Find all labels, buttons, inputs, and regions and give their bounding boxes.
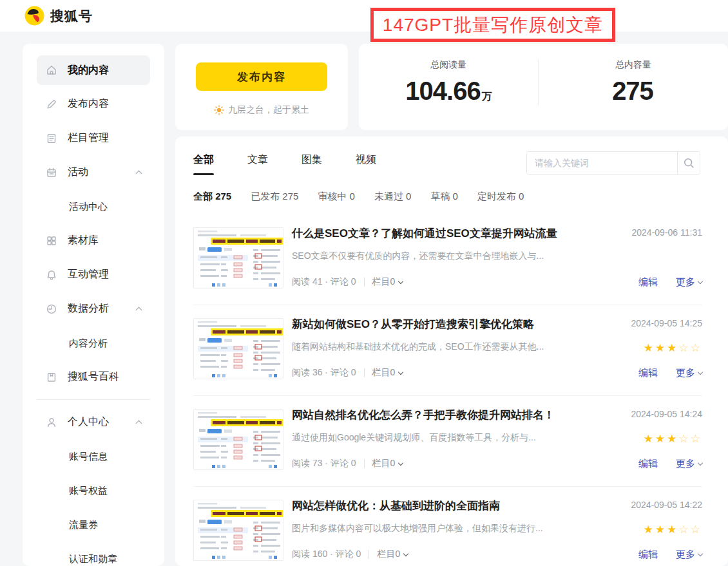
edit-link[interactable]: 编辑 bbox=[638, 276, 658, 288]
chevron-down-icon bbox=[698, 460, 703, 466]
more-label: 更多 bbox=[676, 367, 695, 379]
more-label: 更多 bbox=[676, 458, 695, 470]
sidebar-subitem-traffic-coupon[interactable]: 流量券 bbox=[37, 507, 150, 542]
article-excerpt: 随着网站结构和基础技术优化的完成，SEO工作还需要从其他... bbox=[292, 341, 589, 353]
column-dropdown[interactable]: 栏目0 bbox=[377, 549, 408, 560]
meta-divider bbox=[364, 459, 365, 468]
tab-videos[interactable]: 视频 bbox=[356, 153, 376, 175]
column-label: 栏目0 bbox=[377, 549, 400, 560]
filter-rejected[interactable]: 未通过 0 bbox=[374, 191, 412, 203]
chevron-down-icon bbox=[698, 370, 703, 375]
star-filled-icon: ★ bbox=[655, 523, 667, 536]
article-title[interactable]: 网站怎样做优化：从基础到进阶的全面指南 bbox=[292, 500, 589, 513]
sidebar-item-personal-center[interactable]: 个人中心 bbox=[37, 405, 150, 439]
article-main: 什么是SEO文章？了解如何通过SEO文章提升网站流量 SEO文章不仅要有优质的内… bbox=[292, 227, 589, 288]
chevron-up-icon bbox=[136, 171, 142, 177]
article-side: 2024-09-05 14:24 ★★★☆☆ 编辑 更多 bbox=[589, 409, 702, 470]
edit-link[interactable]: 编辑 bbox=[638, 458, 658, 470]
more-link[interactable]: 更多 bbox=[676, 367, 702, 379]
sidebar-subitem-activity-center[interactable]: 活动中心 bbox=[37, 189, 150, 223]
sidebar-subitem-account-rights[interactable]: 账号权益 bbox=[37, 473, 150, 507]
article-read-comment-counts: 阅读 160 · 评论 0 bbox=[292, 549, 361, 560]
article-row: 网站怎样做优化：从基础到进阶的全面指南 图片和多媒体内容可以极大地增强用户体验，… bbox=[193, 487, 702, 566]
search-button[interactable] bbox=[677, 152, 700, 174]
sidebar-subitem-content-analysis[interactable]: 内容分析 bbox=[37, 326, 150, 360]
meta-divider bbox=[364, 278, 365, 287]
home-icon bbox=[46, 64, 57, 76]
column-label: 栏目0 bbox=[372, 276, 396, 288]
filter-reviewing[interactable]: 审核中 0 bbox=[318, 191, 355, 203]
meta-divider bbox=[364, 368, 365, 377]
user-icon bbox=[46, 417, 57, 428]
article-title[interactable]: 新站如何做SEO？从零开始打造搜索引擎优化策略 bbox=[292, 318, 589, 331]
star-filled-icon: ★ bbox=[644, 341, 655, 354]
column-dropdown[interactable]: 栏目0 bbox=[372, 367, 403, 379]
chevron-down-icon bbox=[398, 370, 403, 375]
search-icon bbox=[684, 158, 694, 169]
meta-divider bbox=[369, 550, 369, 559]
column-dropdown[interactable]: 栏目0 bbox=[372, 458, 403, 469]
sidebar-item-activities[interactable]: 活动 bbox=[37, 155, 150, 189]
more-link[interactable]: 更多 bbox=[676, 549, 702, 561]
search-input[interactable] bbox=[527, 152, 677, 174]
chevron-down-icon bbox=[698, 551, 703, 556]
sidebar-item-material-library[interactable]: 素材库 bbox=[37, 223, 150, 258]
article-actions: 编辑 更多 bbox=[638, 367, 702, 379]
article-title[interactable]: 什么是SEO文章？了解如何通过SEO文章提升网站流量 bbox=[292, 227, 589, 240]
article-main: 网站怎样做优化：从基础到进阶的全面指南 图片和多媒体内容可以极大地增强用户体验，… bbox=[292, 500, 589, 561]
sidebar-item-data-analysis[interactable]: 数据分析 bbox=[37, 292, 150, 326]
sidebar-item-label: 互动管理 bbox=[68, 268, 109, 281]
column-label: 栏目0 bbox=[372, 367, 396, 379]
article-excerpt: SEO文章不仅要有优质的内容，还需要在文章中合理地嵌入与... bbox=[292, 250, 589, 262]
more-link[interactable]: 更多 bbox=[676, 458, 702, 470]
sidebar-item-my-content[interactable]: 我的内容 bbox=[37, 55, 150, 85]
article-title[interactable]: 网站自然排名优化怎么弄？手把手教你提升网站排名！ bbox=[292, 409, 589, 422]
search-box bbox=[526, 151, 700, 175]
sidebar-subitem-account-info[interactable]: 账号信息 bbox=[37, 439, 150, 473]
sidebar-item-column-management[interactable]: 栏目管理 bbox=[37, 121, 150, 155]
star-empty-icon: ☆ bbox=[679, 523, 691, 536]
publish-button[interactable]: 发布内容 bbox=[196, 62, 327, 91]
sidebar-item-sohu-baike[interactable]: 搜狐号百科 bbox=[37, 360, 150, 394]
clock-icon bbox=[46, 303, 57, 315]
column-dropdown[interactable]: 栏目0 bbox=[372, 276, 403, 288]
sidebar-item-interaction-management[interactable]: 互动管理 bbox=[37, 258, 150, 292]
sidebar-item-label: 发布内容 bbox=[68, 97, 109, 111]
more-label: 更多 bbox=[676, 549, 695, 561]
star-filled-icon: ★ bbox=[667, 523, 678, 536]
more-link[interactable]: 更多 bbox=[676, 276, 702, 288]
tab-galleries[interactable]: 图集 bbox=[302, 153, 322, 175]
star-empty-icon: ☆ bbox=[691, 432, 702, 445]
sidebar-item-label: 素材库 bbox=[68, 234, 99, 247]
sohu-fox-icon bbox=[24, 6, 44, 26]
filter-draft[interactable]: 草稿 0 bbox=[430, 191, 458, 203]
chevron-down-icon bbox=[698, 279, 703, 284]
article-row: 新站如何做SEO？从零开始打造搜索引擎优化策略 随着网站结构和基础技术优化的完成… bbox=[193, 305, 702, 396]
bookmark-icon bbox=[46, 372, 57, 383]
stats-card: 总阅读量 104.66万总内容量 275 bbox=[359, 44, 728, 130]
document-icon bbox=[46, 133, 57, 144]
article-thumbnail[interactable] bbox=[193, 227, 283, 288]
filter-all[interactable]: 全部 275 bbox=[193, 191, 231, 203]
edit-link[interactable]: 编辑 bbox=[638, 367, 658, 379]
article-main: 网站自然排名优化怎么弄？手把手教你提升网站排名！ 通过使用如Google关键词规… bbox=[292, 409, 589, 470]
edit-link[interactable]: 编辑 bbox=[638, 549, 658, 561]
star-filled-icon: ★ bbox=[667, 341, 678, 354]
filter-scheduled[interactable]: 定时发布 0 bbox=[477, 191, 524, 203]
article-thumbnail[interactable] bbox=[193, 409, 283, 470]
star-empty-icon: ☆ bbox=[679, 341, 691, 354]
tab-all[interactable]: 全部 bbox=[193, 153, 214, 175]
article-thumbnail[interactable] bbox=[193, 318, 283, 379]
pencil-icon bbox=[46, 99, 57, 110]
sidebar-item-publish-content[interactable]: 发布内容 bbox=[37, 87, 150, 121]
sohu-logo[interactable]: 搜狐号 bbox=[24, 6, 93, 26]
more-label: 更多 bbox=[676, 276, 695, 288]
star-filled-icon: ★ bbox=[655, 432, 667, 445]
filter-published[interactable]: 已发布 275 bbox=[251, 191, 298, 203]
star-empty-icon: ☆ bbox=[691, 341, 702, 354]
chevron-down-icon bbox=[403, 551, 408, 556]
sidebar-subitem-certification-medals[interactable]: 认证和勋章 bbox=[37, 542, 150, 566]
motto-text: 九层之台，起于累土 bbox=[228, 104, 309, 116]
tab-articles[interactable]: 文章 bbox=[247, 153, 268, 175]
article-thumbnail[interactable] bbox=[193, 500, 283, 561]
